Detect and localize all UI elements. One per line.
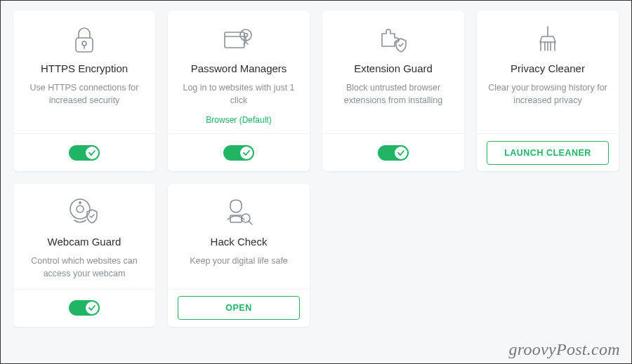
toggle-https-encryption[interactable]	[69, 145, 100, 161]
card-webcam-guard: Webcam Guard Control which websites can …	[13, 184, 155, 326]
card-body: Privacy Cleaner Clear your browsing hist…	[477, 11, 619, 133]
card-https-encryption: HTTPS Encryption Use HTTPS connections f…	[13, 11, 155, 171]
card-footer: OPEN	[168, 289, 310, 327]
card-footer	[13, 289, 155, 327]
card-footer	[168, 133, 310, 171]
feature-grid: HTTPS Encryption Use HTTPS connections f…	[1, 1, 631, 337]
card-footer	[322, 133, 464, 171]
card-desc: Block untrusted browser extensions from …	[332, 81, 454, 107]
watermark: groovyPost.com	[508, 340, 620, 359]
card-footer: LAUNCH CLEANER	[477, 133, 619, 171]
card-body: Hack Check Keep your digital life safe	[168, 184, 310, 288]
card-subtext: Browser (Default)	[206, 115, 271, 125]
card-title: Extension Guard	[354, 62, 433, 74]
extension-icon	[376, 22, 410, 57]
card-body: Password Managers Log in to websites wit…	[168, 11, 310, 133]
card-body: Extension Guard Block untrusted browser …	[322, 11, 464, 133]
hacker-icon	[222, 195, 256, 230]
card-body: HTTPS Encryption Use HTTPS connections f…	[13, 11, 155, 133]
card-desc: Use HTTPS connections for increased secu…	[23, 81, 145, 107]
webcam-icon	[67, 195, 101, 230]
card-extension-guard: Extension Guard Block untrusted browser …	[322, 11, 464, 171]
card-privacy-cleaner: Privacy Cleaner Clear your browsing hist…	[477, 11, 619, 171]
card-desc: Keep your digital life safe	[190, 255, 288, 267]
card-title: Privacy Cleaner	[511, 62, 585, 74]
card-desc: Log in to websites with just 1 click	[178, 81, 300, 107]
toggle-password-managers[interactable]	[223, 145, 254, 161]
password-icon	[222, 22, 256, 57]
svg-point-6	[77, 205, 84, 213]
svg-point-1	[82, 41, 86, 46]
toggle-extension-guard[interactable]	[378, 145, 409, 161]
card-title: Webcam Guard	[48, 236, 121, 248]
brush-icon	[535, 22, 560, 57]
open-button[interactable]: OPEN	[178, 296, 300, 320]
card-desc: Clear your browsing history for increase…	[487, 81, 609, 107]
launch-cleaner-button[interactable]: LAUNCH CLEANER	[487, 141, 609, 165]
lock-icon	[72, 22, 97, 57]
card-title: Password Managers	[191, 62, 287, 74]
card-password-managers: Password Managers Log in to websites wit…	[168, 11, 310, 171]
card-title: HTTPS Encryption	[41, 62, 128, 74]
toggle-webcam-guard[interactable]	[69, 300, 100, 316]
svg-point-7	[79, 202, 81, 203]
card-body: Webcam Guard Control which websites can …	[13, 184, 155, 288]
card-title: Hack Check	[211, 236, 268, 248]
card-hack-check: Hack Check Keep your digital life safe O…	[168, 184, 310, 326]
card-footer	[13, 133, 155, 171]
card-desc: Control which websites can access your w…	[23, 255, 145, 280]
svg-rect-2	[225, 32, 244, 48]
svg-rect-0	[76, 38, 93, 52]
